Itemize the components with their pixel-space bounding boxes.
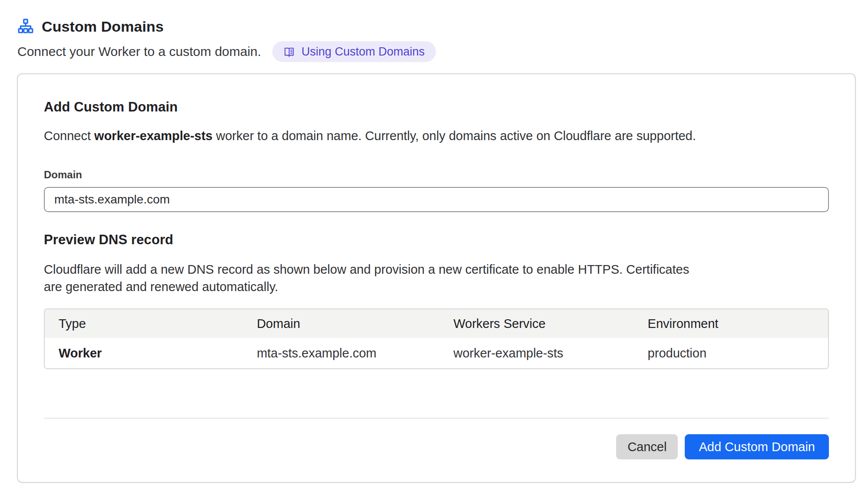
- table-header-environment: Environment: [634, 317, 828, 331]
- sitemap-icon: [17, 19, 34, 35]
- preview-dns-description: Cloudflare will add a new DNS record as …: [44, 261, 691, 295]
- worker-name: worker-example-sts: [94, 129, 212, 143]
- page-header: Custom Domains Connect your Worker to a …: [0, 0, 868, 62]
- footer-divider: [44, 418, 829, 419]
- table-header-domain: Domain: [243, 317, 439, 331]
- add-custom-domain-button[interactable]: Add Custom Domain: [685, 434, 829, 459]
- description-suffix: worker to a domain name. Currently, only…: [212, 129, 696, 143]
- dialog-description: Connect worker-example-sts worker to a d…: [44, 127, 829, 144]
- title-row: Custom Domains: [17, 18, 868, 35]
- cancel-button[interactable]: Cancel: [616, 434, 678, 459]
- dns-preview-table: Type Domain Workers Service Environment …: [44, 308, 829, 369]
- table-header-type: Type: [45, 317, 243, 331]
- docs-badge-label: Using Custom Domains: [301, 45, 425, 59]
- cell-workers-service: worker-example-sts: [439, 346, 634, 360]
- add-custom-domain-dialog: Add Custom Domain Connect worker-example…: [17, 73, 856, 483]
- open-book-icon: [284, 46, 295, 58]
- page-subtitle: Connect your Worker to a custom domain.: [17, 44, 261, 59]
- dialog-actions: Cancel Add Custom Domain: [44, 434, 829, 459]
- table-row: Worker mta-sts.example.com worker-exampl…: [45, 338, 828, 368]
- table-header-workers-service: Workers Service: [439, 317, 634, 331]
- subtitle-row: Connect your Worker to a custom domain. …: [17, 41, 868, 62]
- table-header-row: Type Domain Workers Service Environment: [45, 309, 828, 338]
- cell-type: Worker: [45, 346, 243, 360]
- preview-dns-title: Preview DNS record: [44, 232, 829, 248]
- page-title: Custom Domains: [42, 18, 164, 35]
- cell-domain: mta-sts.example.com: [243, 346, 439, 360]
- docs-badge-link[interactable]: Using Custom Domains: [272, 41, 436, 62]
- description-prefix: Connect: [44, 129, 94, 143]
- domain-input[interactable]: [44, 187, 829, 212]
- domain-label: Domain: [44, 169, 829, 181]
- dialog-title: Add Custom Domain: [44, 99, 829, 115]
- cell-environment: production: [634, 346, 828, 360]
